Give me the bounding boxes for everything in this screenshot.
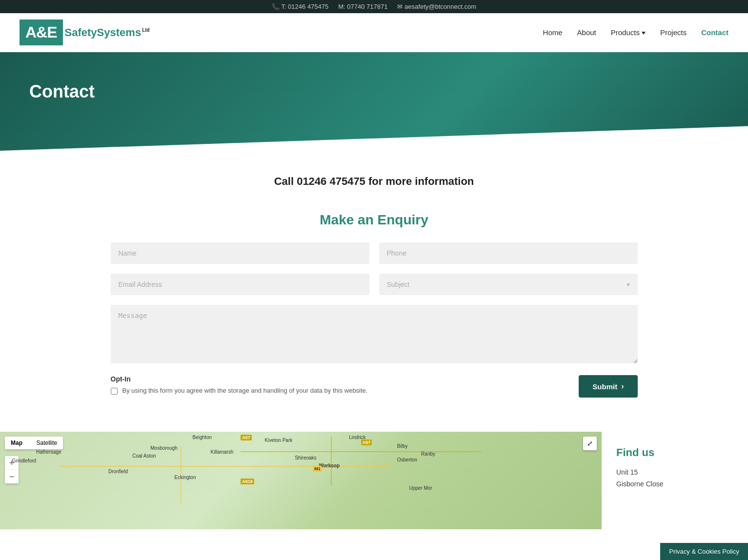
find-us-title: Find us xyxy=(616,446,733,459)
map-label-killamarsh: Killamarsh xyxy=(211,449,234,455)
map-label-beighton: Beighton xyxy=(193,435,212,440)
map-label-coalaston: Coal Aston xyxy=(132,453,156,459)
map-road-m1 xyxy=(241,451,481,452)
opt-in-text: By using this form you agree with the st… xyxy=(122,387,368,394)
logo-ae: A&E xyxy=(25,23,57,41)
map-tab-map[interactable]: Map xyxy=(5,437,28,449)
map-label-hathersage: Hathersage xyxy=(36,449,61,455)
main-nav: Home About Products Projects Contact xyxy=(543,28,728,37)
chevron-down-icon xyxy=(642,32,646,35)
submit-arrow-icon: › xyxy=(621,382,624,391)
submit-label: Submit xyxy=(592,382,617,391)
opt-in-section: Opt-In By using this form you agree with… xyxy=(111,375,368,395)
map-label-bilby: Bilby xyxy=(397,443,408,449)
map-road-horizontal xyxy=(60,466,391,467)
enquiry-form: Subject Opt-In By using this form you ag… xyxy=(111,242,638,398)
map-zoom-out[interactable]: − xyxy=(5,470,19,483)
subject-select[interactable]: Subject xyxy=(379,274,638,295)
nav-contact[interactable]: Contact xyxy=(701,28,728,37)
page-title: Contact xyxy=(29,81,719,102)
nav-home[interactable]: Home xyxy=(543,28,563,37)
logo[interactable]: A&E SafetySystemsLtd xyxy=(20,20,150,45)
address-line2: Gisborne Close xyxy=(616,479,733,490)
email-field xyxy=(111,274,369,295)
email-input[interactable] xyxy=(111,274,369,295)
map-road-badge-a619: A619 xyxy=(241,479,254,484)
nav-projects[interactable]: Projects xyxy=(660,28,687,37)
map-road-badge-a57-2: A57 xyxy=(241,435,252,440)
form-row-2: Subject xyxy=(111,274,638,295)
top-bar: 📞 T: 01246 475475 M: 07740 717871 ✉ aesa… xyxy=(0,0,748,13)
find-us-panel: Find us Unit 15 Gisborne Close xyxy=(602,432,748,529)
enquiry-title: Make an Enquiry xyxy=(111,212,638,228)
phone-t: 📞 T: 01246 475475 xyxy=(272,3,328,10)
map-road-a57 xyxy=(331,437,332,485)
opt-in-label: Opt-In xyxy=(111,375,368,383)
opt-in-input[interactable] xyxy=(111,388,118,395)
opt-in-checkbox: By using this form you agree with the st… xyxy=(111,387,368,395)
map-label-mosborough: Mosborough xyxy=(150,445,178,451)
call-info: Call 01246 475475 for more information xyxy=(111,175,638,188)
phone-input[interactable] xyxy=(379,242,638,264)
map-label-dronfield: Dronfield xyxy=(108,469,128,474)
map-label-worksop: Worksop xyxy=(319,463,340,468)
map-label-ranby: Ranby xyxy=(421,451,435,457)
email: ✉ aesafety@btconnect.com xyxy=(397,3,476,10)
logo-box: A&E xyxy=(20,20,63,45)
main-content: Call 01246 475475 for more information M… xyxy=(81,151,667,422)
map-fullscreen-button[interactable]: ⤢ xyxy=(583,437,597,450)
address-line1: Unit 15 xyxy=(616,467,733,479)
map-label-eckington: Eckington xyxy=(175,475,196,480)
map-road-badge-a57: A57 xyxy=(361,440,372,445)
message-row xyxy=(111,305,638,365)
nav-products[interactable]: Products xyxy=(611,28,646,37)
email-icon: ✉ xyxy=(397,3,403,10)
map-container: Map Satellite + − ⤢ Beighton Mosborough … xyxy=(0,432,602,529)
find-us-address: Unit 15 Gisborne Close xyxy=(616,467,733,490)
submit-button[interactable]: Submit › xyxy=(579,375,637,398)
map-label-kiveton: Kiveton Park xyxy=(265,438,293,443)
map-label-upperMor: Upper Mor xyxy=(409,485,432,491)
map-label-osberton: Osberton xyxy=(397,457,417,462)
phone-m: M: 07740 717871 xyxy=(338,3,387,10)
map-road-badge-m1: M1 xyxy=(313,466,322,472)
form-footer: Opt-In By using this form you agree with… xyxy=(111,375,638,398)
form-row-1 xyxy=(111,242,638,264)
header: A&E SafetySystemsLtd Home About Products… xyxy=(0,13,748,52)
hero-banner: Contact xyxy=(0,52,748,151)
map-section: Map Satellite + − ⤢ Beighton Mosborough … xyxy=(0,432,748,529)
subject-field: Subject xyxy=(379,274,638,295)
message-textarea[interactable] xyxy=(111,305,638,363)
logo-text: SafetySystemsLtd xyxy=(65,26,150,39)
map-label-shireoaks: Shireoaks xyxy=(295,455,316,460)
phone-icon: 📞 xyxy=(272,3,280,10)
name-field xyxy=(111,242,369,264)
phone-field xyxy=(379,242,638,264)
nav-about[interactable]: About xyxy=(577,28,596,37)
map-label-grindleford: Grindleford xyxy=(12,458,36,463)
map-placeholder: Map Satellite + − ⤢ Beighton Mosborough … xyxy=(0,432,602,529)
map-controls: Map Satellite xyxy=(5,437,63,449)
name-input[interactable] xyxy=(111,242,369,264)
map-tab-satellite[interactable]: Satellite xyxy=(30,437,63,449)
